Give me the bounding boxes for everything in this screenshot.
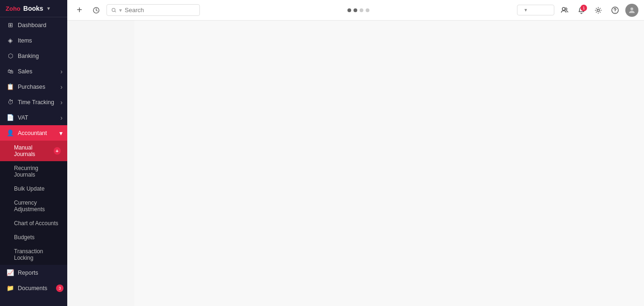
header-right: ▾ 1 [517,4,638,17]
documents-icon: 📁 [7,285,14,292]
settings-icon [594,7,602,14]
loading-dots [347,8,369,12]
submenu-item-transaction-locking[interactable]: Transaction Locking [0,244,67,265]
sidebar-item-label: Banking [18,53,39,59]
dot-1 [347,8,351,12]
sidebar-item-banking[interactable]: ⬡ Banking [0,48,67,64]
submenu-item-bulk-update[interactable]: Bulk Update [0,182,67,196]
history-button[interactable] [90,4,103,17]
sidebar-item-dashboard[interactable]: ⊞ Dashboard [0,17,67,33]
svg-point-7 [615,12,615,12]
dashboard-icon: ⊞ [7,21,14,28]
app-logo[interactable]: Zoho Books ▾ [0,0,67,17]
svg-point-4 [565,8,567,10]
submenu-label: Recurring Journals [14,165,61,178]
submenu-label: Budgets [14,234,35,241]
submenu-label: Currency Adjustments [14,199,61,213]
svg-point-5 [597,9,600,11]
submenu-item-budgets[interactable]: Budgets [0,230,67,244]
notifications-button[interactable]: 1 [575,4,588,17]
sidebar-item-label: Documents [18,285,47,292]
time-tracking-icon: ⏱ [7,99,14,106]
submenu-item-chart-of-accounts[interactable]: Chart of Accounts [0,216,67,230]
sidebar-item-label: Sales [18,68,32,75]
header: + ▾ ▾ [67,0,644,21]
sidebar-item-documents[interactable]: 📁 Documents 3 [0,280,67,296]
sidebar-item-sales[interactable]: 🛍 Sales [0,64,67,79]
search-dropdown-icon[interactable]: ▾ [119,7,122,14]
org-selector[interactable]: ▾ [517,5,554,15]
svg-point-8 [630,7,633,10]
help-button[interactable] [609,4,622,17]
documents-badge: 3 [56,285,64,292]
header-left: + ▾ [73,4,200,17]
sidebar-item-time-tracking[interactable]: ⏱ Time Tracking [0,94,67,110]
dot-3 [360,8,363,12]
submenu-item-manual-journals[interactable]: Manual Journals + [0,141,67,161]
sidebar-item-label: VAT [18,114,28,121]
sidebar-item-label: Dashboard [18,22,46,28]
items-icon: ◈ [7,37,14,44]
purchases-icon: 📋 [7,83,14,90]
submenu-label: Transaction Locking [14,248,61,261]
sales-icon: 🛍 [7,68,14,75]
submenu-item-recurring-journals[interactable]: Recurring Journals [0,161,67,182]
banking-icon: ⬡ [7,52,14,59]
sidebar-item-vat[interactable]: 📄 VAT [0,110,67,125]
books-text: Books [23,5,43,12]
vat-icon: 📄 [7,114,14,121]
svg-line-2 [115,11,116,12]
sidebar: Zoho Books ▾ ⊞ Dashboard ◈ Items ⬡ Banki… [0,0,67,306]
settings-button[interactable] [592,4,605,17]
submenu-item-currency-adjustments[interactable]: Currency Adjustments [0,196,67,216]
dot-4 [366,8,369,12]
header-center [204,8,513,12]
zoho-text: Zoho [6,5,21,12]
accountant-icon: 👤 [7,129,14,136]
submenu-label: Chart of Accounts [14,220,58,227]
chevron-down-icon: ▾ [59,129,63,137]
submenu-label: Bulk Update [14,185,44,192]
sidebar-item-accountant[interactable]: 👤 Accountant ▾ [0,125,67,141]
search-input[interactable] [125,7,195,14]
search-icon [112,7,116,13]
sidebar-item-purchases[interactable]: 📋 Purchases [0,79,67,94]
add-manual-journal-button[interactable]: + [54,147,61,155]
user-icon [628,7,636,14]
search-bar: ▾ [106,4,200,16]
sidebar-item-label: Time Tracking [18,99,54,106]
org-selector-text [521,7,523,13]
sidebar-item-label: Reports [18,270,38,276]
notification-badge: 1 [580,5,587,11]
sidebar-item-label: Accountant [18,130,47,136]
contacts-icon [561,7,568,14]
main-content [134,21,644,306]
svg-point-1 [112,8,115,11]
history-icon [92,7,100,14]
svg-point-3 [562,7,565,10]
dot-2 [354,8,357,12]
org-selector-chevron: ▾ [524,7,527,13]
sidebar-item-label: Items [18,37,32,44]
sidebar-item-items[interactable]: ◈ Items [0,33,67,48]
help-icon [611,7,619,14]
chevron-down-icon: ▾ [47,5,50,12]
sidebar-item-reports[interactable]: 📈 Reports [0,265,67,280]
reports-icon: 📈 [7,269,14,276]
contacts-button[interactable] [558,4,571,17]
avatar[interactable] [625,4,638,17]
sidebar-item-label: Purchases [18,84,45,90]
add-button[interactable]: + [73,4,86,17]
submenu-label: Manual Journals [14,144,54,157]
